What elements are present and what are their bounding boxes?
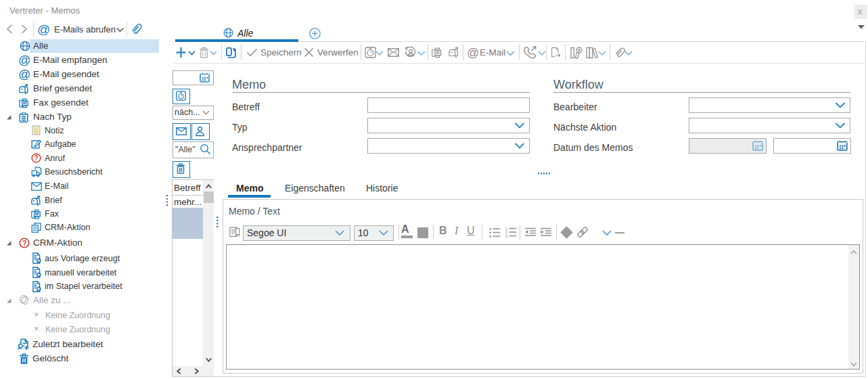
svg-text:?: ? <box>22 239 26 247</box>
svg-text:?: ? <box>35 154 39 162</box>
svg-text:3: 3 <box>505 234 507 238</box>
